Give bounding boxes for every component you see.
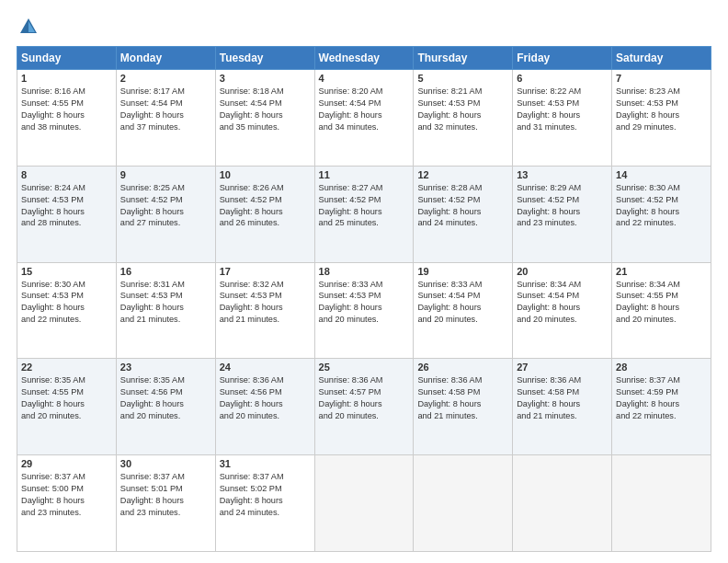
day-number: 15 [21,266,112,277]
day-number: 20 [517,266,608,277]
day-number: 13 [517,169,608,180]
day-number: 7 [616,73,707,84]
logo-icon [18,17,39,37]
calendar-cell: 23Sunrise: 8:35 AMSunset: 4:56 PMDayligh… [116,359,215,455]
calendar-cell: 24Sunrise: 8:36 AMSunset: 4:56 PMDayligh… [215,359,314,455]
calendar-cell: 7Sunrise: 8:23 AMSunset: 4:53 PMDaylight… [612,70,711,167]
calendar-cell: 12Sunrise: 8:28 AMSunset: 4:52 PMDayligh… [414,166,513,262]
calendar-cell [314,455,414,552]
day-info: Sunrise: 8:37 AMSunset: 5:01 PMDaylight:… [120,471,211,519]
page: SundayMondayTuesdayWednesdayThursdayFrid… [0,0,728,563]
day-info: Sunrise: 8:24 AMSunset: 4:53 PMDaylight:… [21,182,112,230]
calendar-cell: 4Sunrise: 8:20 AMSunset: 4:54 PMDaylight… [314,70,414,167]
calendar-cell: 15Sunrise: 8:30 AMSunset: 4:53 PMDayligh… [17,262,117,359]
day-info: Sunrise: 8:16 AMSunset: 4:55 PMDaylight:… [21,86,112,133]
day-number: 11 [319,169,410,180]
calendar-header-tuesday: Tuesday [215,47,314,70]
day-info: Sunrise: 8:36 AMSunset: 4:58 PMDaylight:… [517,374,608,422]
day-info: Sunrise: 8:26 AMSunset: 4:52 PMDaylight:… [220,182,311,230]
day-number: 10 [220,169,311,180]
calendar-cell: 10Sunrise: 8:26 AMSunset: 4:52 PMDayligh… [215,166,314,262]
calendar-cell: 13Sunrise: 8:29 AMSunset: 4:52 PMDayligh… [513,166,612,262]
calendar-cell: 17Sunrise: 8:32 AMSunset: 4:53 PMDayligh… [215,262,314,359]
day-number: 14 [616,169,707,180]
calendar-header-friday: Friday [513,47,612,70]
calendar-table: SundayMondayTuesdayWednesdayThursdayFrid… [17,46,711,552]
calendar-cell: 14Sunrise: 8:30 AMSunset: 4:52 PMDayligh… [612,166,711,262]
day-info: Sunrise: 8:34 AMSunset: 4:55 PMDaylight:… [616,279,707,327]
calendar-cell: 30Sunrise: 8:37 AMSunset: 5:01 PMDayligh… [116,455,215,552]
header [17,17,711,37]
calendar-cell: 2Sunrise: 8:17 AMSunset: 4:54 PMDaylight… [116,70,215,167]
day-number: 1 [21,73,112,84]
day-info: Sunrise: 8:17 AMSunset: 4:54 PMDaylight:… [120,86,211,133]
day-number: 31 [220,458,311,469]
day-info: Sunrise: 8:25 AMSunset: 4:52 PMDaylight:… [120,182,211,230]
day-number: 23 [120,362,211,373]
day-info: Sunrise: 8:29 AMSunset: 4:52 PMDaylight:… [517,182,608,230]
day-number: 28 [616,362,707,373]
day-number: 2 [120,73,211,84]
day-number: 6 [517,73,608,84]
day-number: 25 [319,362,410,373]
calendar-cell: 5Sunrise: 8:21 AMSunset: 4:53 PMDaylight… [414,70,513,167]
calendar-header-thursday: Thursday [414,47,513,70]
day-info: Sunrise: 8:20 AMSunset: 4:54 PMDaylight:… [319,86,410,133]
calendar-header-saturday: Saturday [612,47,711,70]
calendar-cell: 21Sunrise: 8:34 AMSunset: 4:55 PMDayligh… [612,262,711,359]
day-info: Sunrise: 8:37 AMSunset: 5:00 PMDaylight:… [21,471,112,519]
day-info: Sunrise: 8:35 AMSunset: 4:56 PMDaylight:… [120,374,211,422]
day-number: 17 [220,266,311,277]
day-info: Sunrise: 8:22 AMSunset: 4:53 PMDaylight:… [517,86,608,133]
calendar-cell: 26Sunrise: 8:36 AMSunset: 4:58 PMDayligh… [414,359,513,455]
calendar-cell: 11Sunrise: 8:27 AMSunset: 4:52 PMDayligh… [314,166,414,262]
day-number: 26 [417,362,508,373]
calendar-header-monday: Monday [116,47,215,70]
calendar-cell: 19Sunrise: 8:33 AMSunset: 4:54 PMDayligh… [414,262,513,359]
day-info: Sunrise: 8:37 AMSunset: 5:02 PMDaylight:… [220,471,311,519]
calendar-header-wednesday: Wednesday [314,47,414,70]
calendar-cell [612,455,711,552]
day-number: 16 [120,266,211,277]
day-info: Sunrise: 8:27 AMSunset: 4:52 PMDaylight:… [319,182,410,230]
day-info: Sunrise: 8:36 AMSunset: 4:58 PMDaylight:… [417,374,508,422]
calendar-cell: 9Sunrise: 8:25 AMSunset: 4:52 PMDaylight… [116,166,215,262]
calendar-cell: 3Sunrise: 8:18 AMSunset: 4:54 PMDaylight… [215,70,314,167]
day-info: Sunrise: 8:35 AMSunset: 4:55 PMDaylight:… [21,374,112,422]
calendar-cell: 8Sunrise: 8:24 AMSunset: 4:53 PMDaylight… [17,166,117,262]
day-info: Sunrise: 8:37 AMSunset: 4:59 PMDaylight:… [616,374,707,422]
day-info: Sunrise: 8:30 AMSunset: 4:52 PMDaylight:… [616,182,707,230]
day-info: Sunrise: 8:34 AMSunset: 4:54 PMDaylight:… [517,279,608,327]
svg-marker-1 [28,21,35,32]
day-number: 9 [120,169,211,180]
day-number: 3 [220,73,311,84]
day-info: Sunrise: 8:21 AMSunset: 4:53 PMDaylight:… [417,86,508,133]
calendar-cell [513,455,612,552]
day-info: Sunrise: 8:36 AMSunset: 4:57 PMDaylight:… [319,374,410,422]
day-number: 5 [417,73,508,84]
day-number: 4 [319,73,410,84]
day-number: 12 [417,169,508,180]
calendar-cell: 20Sunrise: 8:34 AMSunset: 4:54 PMDayligh… [513,262,612,359]
calendar-header-row: SundayMondayTuesdayWednesdayThursdayFrid… [17,47,711,70]
day-info: Sunrise: 8:18 AMSunset: 4:54 PMDaylight:… [220,86,311,133]
calendar-cell: 29Sunrise: 8:37 AMSunset: 5:00 PMDayligh… [17,455,117,552]
calendar-cell: 28Sunrise: 8:37 AMSunset: 4:59 PMDayligh… [612,359,711,455]
day-number: 8 [21,169,112,180]
day-info: Sunrise: 8:31 AMSunset: 4:53 PMDaylight:… [120,279,211,327]
calendar-cell [414,455,513,552]
logo [17,17,39,37]
day-info: Sunrise: 8:33 AMSunset: 4:53 PMDaylight:… [319,279,410,327]
calendar-cell: 27Sunrise: 8:36 AMSunset: 4:58 PMDayligh… [513,359,612,455]
day-info: Sunrise: 8:23 AMSunset: 4:53 PMDaylight:… [616,86,707,133]
calendar-cell: 16Sunrise: 8:31 AMSunset: 4:53 PMDayligh… [116,262,215,359]
calendar-cell: 31Sunrise: 8:37 AMSunset: 5:02 PMDayligh… [215,455,314,552]
day-info: Sunrise: 8:28 AMSunset: 4:52 PMDaylight:… [417,182,508,230]
day-number: 19 [417,266,508,277]
day-number: 21 [616,266,707,277]
day-number: 29 [21,458,112,469]
calendar-cell: 22Sunrise: 8:35 AMSunset: 4:55 PMDayligh… [17,359,117,455]
calendar-header-sunday: Sunday [17,47,117,70]
day-number: 27 [517,362,608,373]
day-number: 30 [120,458,211,469]
